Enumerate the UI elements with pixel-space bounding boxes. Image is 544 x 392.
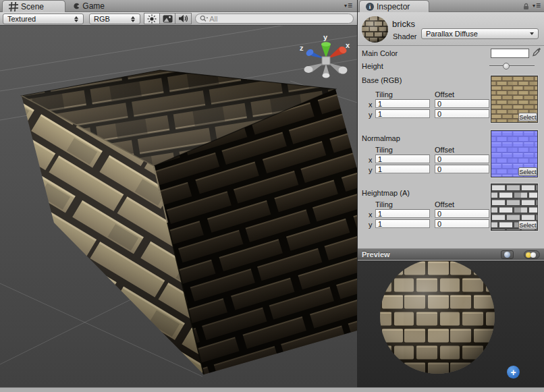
normalmap-texture-thumb[interactable]: Select	[491, 130, 538, 177]
x-row-label: x	[369, 211, 373, 219]
y-row-label: y	[369, 166, 373, 174]
gizmo-x-axis[interactable]	[327, 45, 348, 59]
preview-mesh-button[interactable]	[501, 250, 514, 259]
heightmap-select-button[interactable]: Select	[518, 221, 537, 229]
offset-header: Offset	[435, 90, 454, 99]
main-color-label: Main Color	[362, 49, 398, 57]
normalmap-offset-x-field[interactable]	[435, 155, 489, 163]
heightmap-offset-x-field[interactable]	[435, 209, 489, 218]
x-row-label: x	[369, 101, 373, 109]
gizmo-y-label: y	[323, 33, 328, 41]
y-row-label: y	[369, 221, 373, 229]
normalmap-tiling-x-field[interactable]	[375, 155, 430, 163]
base-offset-x-field[interactable]	[435, 99, 489, 108]
heightmap-offset-y-field[interactable]	[435, 219, 489, 228]
inspector-menu-icon[interactable]: ▾≡	[533, 1, 541, 9]
preview-light-toggle[interactable]	[524, 250, 540, 259]
sun-icon	[147, 14, 157, 24]
updown-arrows-icon	[74, 16, 79, 22]
shader-dropdown[interactable]: Parallax Diffuse	[421, 28, 539, 39]
preview-title: Preview	[362, 250, 544, 258]
inspector-tabbar: i Inspector ▾≡	[358, 0, 544, 12]
scene-toolbar: Textured RGB	[0, 12, 357, 26]
base-offset-y-field[interactable]	[435, 109, 489, 118]
info-icon: i	[366, 3, 374, 11]
draw-mode-value: Textured	[7, 15, 72, 23]
y-row-label: y	[369, 111, 373, 119]
tab-scene-label: Scene	[21, 2, 44, 11]
scene-overlay-toggle[interactable]	[159, 13, 175, 24]
search-icon	[200, 15, 208, 22]
main-color-swatch[interactable]	[491, 49, 529, 58]
draw-mode-dropdown[interactable]: Textured	[3, 13, 84, 24]
scene-3d-view[interactable]: y x z	[0, 26, 357, 387]
scene-grid-icon	[9, 2, 18, 11]
tab-game[interactable]: Game	[67, 0, 111, 12]
material-name: bricks	[392, 19, 415, 29]
shader-label: Shader	[393, 32, 416, 40]
gizmo-z-label: z	[300, 44, 304, 52]
tiling-header: Tiling	[375, 90, 393, 99]
heightmap-texture-thumb[interactable]: Select	[491, 184, 538, 231]
gizmo-y-axis[interactable]	[321, 42, 331, 58]
scene-panel-menu-icon[interactable]: ▾≡	[344, 1, 352, 9]
section-title-heightmap: Heightmap (A)	[362, 189, 410, 197]
updown-arrows-icon	[131, 16, 136, 22]
preview-header[interactable]: Preview	[358, 248, 544, 260]
scene-search-field[interactable]	[195, 13, 354, 24]
dropdown-caret-icon	[530, 32, 534, 35]
height-slider-thumb[interactable]	[503, 63, 510, 69]
tiling-header: Tiling	[375, 200, 393, 208]
normalmap-offset-y-field[interactable]	[435, 165, 489, 173]
lock-icon[interactable]	[522, 3, 530, 10]
inspector-panel: i Inspector ▾≡	[358, 0, 544, 387]
add-icon[interactable]: +	[507, 366, 520, 379]
image-icon	[163, 15, 173, 23]
sphere-icon	[504, 252, 510, 258]
height-label: Height	[362, 62, 383, 70]
base-tiling-y-field[interactable]	[375, 109, 430, 118]
normalmap-select-button[interactable]: Select	[518, 167, 537, 176]
preview-sphere[interactable]	[380, 260, 495, 374]
heightmap-tiling-x-field[interactable]	[375, 209, 430, 218]
color-mode-dropdown[interactable]: RGB	[89, 13, 140, 24]
tab-inspector-label: Inspector	[377, 2, 410, 11]
window-bottom-strip	[0, 387, 544, 392]
tiling-header: Tiling	[375, 146, 393, 154]
height-slider[interactable]	[489, 62, 535, 70]
shader-value: Parallax Diffuse	[426, 30, 530, 38]
scene-orientation-gizmo[interactable]: y x z	[300, 33, 350, 78]
gizmo-x-label: x	[346, 41, 350, 49]
base-select-button[interactable]: Select	[518, 113, 537, 121]
audio-icon	[178, 14, 188, 23]
material-preview-thumb[interactable]	[361, 16, 389, 43]
scene-tabbar: Scene Game ▾≡	[0, 0, 357, 12]
scene-viewport[interactable]: y x z	[0, 26, 357, 387]
base-texture-thumb[interactable]: Select	[491, 76, 538, 123]
height-slider-track[interactable]	[489, 65, 535, 67]
game-icon	[74, 1, 80, 11]
base-tiling-x-field[interactable]	[375, 99, 430, 108]
tab-inspector[interactable]: i Inspector	[359, 0, 429, 12]
x-row-label: x	[369, 156, 373, 164]
scene-lighting-toggle[interactable]	[144, 13, 160, 24]
tab-scene[interactable]: Scene	[2, 0, 65, 12]
preview-canvas[interactable]: +	[358, 260, 544, 387]
search-input[interactable]	[209, 15, 349, 23]
offset-header: Offset	[435, 146, 454, 154]
material-header: bricks Shader ? ▾ Parallax Diffuse	[358, 12, 544, 46]
section-title-normalmap: Normalmap	[362, 134, 400, 142]
heightmap-tiling-y-field[interactable]	[375, 219, 430, 228]
color-mode-value: RGB	[94, 15, 128, 23]
scene-audio-toggle[interactable]	[175, 13, 192, 24]
section-title-base: Base (RGB)	[362, 76, 402, 84]
light-off-icon	[531, 252, 536, 258]
gizmo-center-cube[interactable]	[322, 57, 330, 65]
offset-header: Offset	[435, 200, 454, 208]
eyedropper-icon[interactable]	[533, 47, 541, 57]
normalmap-tiling-y-field[interactable]	[375, 165, 430, 173]
tab-game-label: Game	[82, 1, 105, 11]
